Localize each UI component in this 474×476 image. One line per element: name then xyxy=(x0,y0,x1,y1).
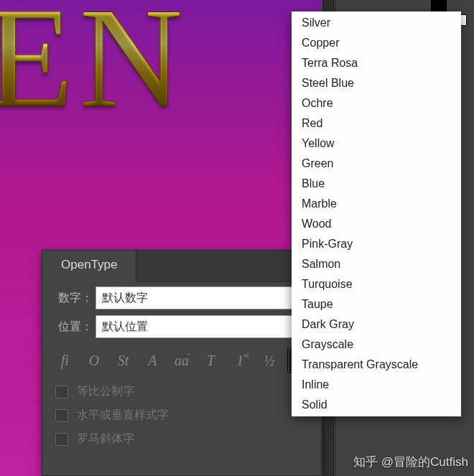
preset-option[interactable]: Solid xyxy=(292,395,461,415)
gold-3d-text: TEN xyxy=(0,0,189,129)
stylistic-alt-icon[interactable]: St xyxy=(112,348,134,373)
swash-icon[interactable]: O xyxy=(83,348,106,373)
panel-tabbar: OpenType xyxy=(42,251,321,282)
preset-option[interactable]: Silver xyxy=(292,13,461,33)
checkbox-proportional-label: 等比公制字 xyxy=(77,384,134,399)
preset-option[interactable]: Red xyxy=(292,113,461,134)
checkbox-roman-italic[interactable] xyxy=(55,433,68,446)
preset-dropdown-menu[interactable]: SilverCopperTerra RosaSteel BlueOchreRed… xyxy=(292,11,461,416)
preset-option[interactable]: Blue xyxy=(292,174,461,194)
preset-option[interactable]: Grayscale xyxy=(292,335,461,355)
preset-option[interactable]: Marble xyxy=(292,194,461,214)
preset-option[interactable]: Taupe xyxy=(292,294,461,314)
preset-option[interactable]: Terra Rosa xyxy=(292,53,461,73)
preset-option[interactable]: Copper xyxy=(292,33,461,53)
preset-option[interactable]: Steel Blue xyxy=(292,73,461,93)
position-input[interactable] xyxy=(96,315,310,338)
tab-opentype[interactable]: OpenType xyxy=(42,251,136,282)
preset-option[interactable]: Salmon xyxy=(292,254,461,274)
preset-option[interactable]: Green xyxy=(292,154,461,174)
preset-option[interactable]: Dark Gray xyxy=(292,314,461,335)
ligature-icon[interactable]: fi xyxy=(54,348,76,373)
slashed-zero-icon[interactable]: T xyxy=(200,348,222,373)
preset-option[interactable]: Pink-Gray xyxy=(292,234,461,254)
preset-option[interactable]: Transparent Grayscale xyxy=(292,355,461,375)
checkbox-hv-style[interactable] xyxy=(55,409,68,422)
preset-option[interactable]: Ochre xyxy=(292,93,461,113)
smallcaps-icon[interactable]: aa→ xyxy=(171,348,193,373)
ordinal-icon[interactable]: 1st xyxy=(229,348,251,373)
position-label: 位置： xyxy=(54,319,96,335)
opentype-feature-icons: fi O St A aa→ T 1st ½ a▸ xyxy=(42,340,321,380)
swatch-black[interactable] xyxy=(431,0,447,11)
watermark-text: 知乎 @冒险的Cutfish xyxy=(353,454,468,470)
checkbox-roman-italic-label: 罗马斜体字 xyxy=(77,431,134,447)
titling-alt-icon[interactable]: A xyxy=(141,348,164,373)
preset-option[interactable]: Inline xyxy=(292,375,461,395)
preset-option[interactable]: Wood xyxy=(292,214,461,234)
fraction-icon[interactable]: ½ xyxy=(258,348,280,373)
checkbox-hv-style-label: 水平或垂直样式字 xyxy=(77,408,169,423)
preset-option[interactable]: Turquoise xyxy=(292,274,461,294)
opentype-panel[interactable]: OpenType 数字： 位置： fi O St A aa→ T 1st ½ a… xyxy=(42,250,322,476)
numerals-label: 数字： xyxy=(54,291,96,306)
preset-option[interactable]: Yellow xyxy=(292,134,461,154)
numerals-input[interactable] xyxy=(96,286,310,309)
checkbox-proportional[interactable] xyxy=(55,386,68,398)
